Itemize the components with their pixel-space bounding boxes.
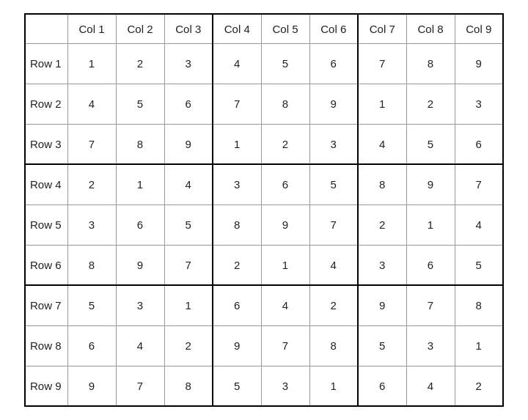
row-label: Row 3 — [25, 124, 67, 164]
cell: 3 — [261, 366, 309, 406]
header-empty — [25, 14, 67, 43]
cell: 4 — [67, 84, 116, 124]
header-col9: Col 9 — [455, 14, 503, 43]
cell: 9 — [455, 43, 503, 84]
header-col1: Col 1 — [67, 14, 116, 43]
cell: 5 — [67, 285, 116, 325]
cell: 7 — [406, 285, 455, 325]
table-row: Row 9978531642 — [25, 366, 503, 406]
grid-table: Col 1 Col 2 Col 3 Col 4 Col 5 Col 6 Col … — [24, 13, 504, 407]
cell: 8 — [116, 124, 164, 164]
row-label: Row 8 — [25, 325, 67, 366]
cell: 4 — [116, 325, 164, 366]
cell: 5 — [116, 84, 164, 124]
cell: 8 — [213, 205, 261, 245]
cell: 8 — [164, 366, 213, 406]
row-label: Row 1 — [25, 43, 67, 84]
cell: 1 — [261, 245, 309, 285]
cell: 5 — [406, 124, 455, 164]
cell: 2 — [455, 366, 503, 406]
cell: 6 — [358, 366, 406, 406]
cell: 3 — [67, 205, 116, 245]
cell: 8 — [406, 43, 455, 84]
cell: 2 — [358, 205, 406, 245]
cell: 5 — [261, 43, 309, 84]
cell: 3 — [406, 325, 455, 366]
header-col2: Col 2 — [116, 14, 164, 43]
cell: 2 — [406, 84, 455, 124]
cell: 5 — [213, 366, 261, 406]
cell: 9 — [213, 325, 261, 366]
cell: 1 — [164, 285, 213, 325]
cell: 9 — [309, 84, 358, 124]
cell: 1 — [358, 84, 406, 124]
cell: 6 — [261, 164, 309, 205]
cell: 8 — [358, 164, 406, 205]
cell: 7 — [67, 124, 116, 164]
cell: 9 — [164, 124, 213, 164]
cell: 6 — [116, 205, 164, 245]
table-row: Row 7531642978 — [25, 285, 503, 325]
cell: 2 — [309, 285, 358, 325]
row-label: Row 9 — [25, 366, 67, 406]
cell: 2 — [261, 124, 309, 164]
header-col4: Col 4 — [213, 14, 261, 43]
row-label: Row 6 — [25, 245, 67, 285]
table-row: Row 3789123456 — [25, 124, 503, 164]
cell: 4 — [358, 124, 406, 164]
cell: 2 — [164, 325, 213, 366]
cell: 7 — [455, 164, 503, 205]
cell: 5 — [309, 164, 358, 205]
cell: 8 — [455, 285, 503, 325]
cell: 8 — [309, 325, 358, 366]
header-col7: Col 7 — [358, 14, 406, 43]
cell: 1 — [309, 366, 358, 406]
table-row: Row 8642978531 — [25, 325, 503, 366]
cell: 7 — [164, 245, 213, 285]
row-label: Row 2 — [25, 84, 67, 124]
cell: 4 — [261, 285, 309, 325]
cell: 6 — [213, 285, 261, 325]
cell: 7 — [358, 43, 406, 84]
cell: 6 — [455, 124, 503, 164]
cell: 6 — [309, 43, 358, 84]
table-row: Row 5365897214 — [25, 205, 503, 245]
cell: 9 — [67, 366, 116, 406]
header-col5: Col 5 — [261, 14, 309, 43]
cell: 7 — [261, 325, 309, 366]
cell: 3 — [455, 84, 503, 124]
cell: 9 — [358, 285, 406, 325]
cell: 9 — [406, 164, 455, 205]
cell: 3 — [309, 124, 358, 164]
cell: 3 — [213, 164, 261, 205]
table-row: Row 2456789123 — [25, 84, 503, 124]
cell: 1 — [406, 205, 455, 245]
cell: 3 — [358, 245, 406, 285]
cell: 3 — [164, 43, 213, 84]
cell: 1 — [67, 43, 116, 84]
cell: 1 — [455, 325, 503, 366]
header-col6: Col 6 — [309, 14, 358, 43]
cell: 8 — [67, 245, 116, 285]
cell: 7 — [309, 205, 358, 245]
table-row: Row 4214365897 — [25, 164, 503, 205]
cell: 9 — [116, 245, 164, 285]
cell: 9 — [261, 205, 309, 245]
table-row: Row 6897214365 — [25, 245, 503, 285]
cell: 6 — [164, 84, 213, 124]
header-row: Col 1 Col 2 Col 3 Col 4 Col 5 Col 6 Col … — [25, 14, 503, 43]
cell: 2 — [67, 164, 116, 205]
cell: 5 — [455, 245, 503, 285]
cell: 7 — [116, 366, 164, 406]
cell: 1 — [116, 164, 164, 205]
cell: 7 — [213, 84, 261, 124]
row-label: Row 5 — [25, 205, 67, 245]
header-col8: Col 8 — [406, 14, 455, 43]
cell: 8 — [261, 84, 309, 124]
table-wrapper: Col 1 Col 2 Col 3 Col 4 Col 5 Col 6 Col … — [2, 0, 526, 420]
cell: 5 — [164, 205, 213, 245]
cell: 1 — [213, 124, 261, 164]
cell: 2 — [213, 245, 261, 285]
cell: 2 — [116, 43, 164, 84]
cell: 4 — [164, 164, 213, 205]
